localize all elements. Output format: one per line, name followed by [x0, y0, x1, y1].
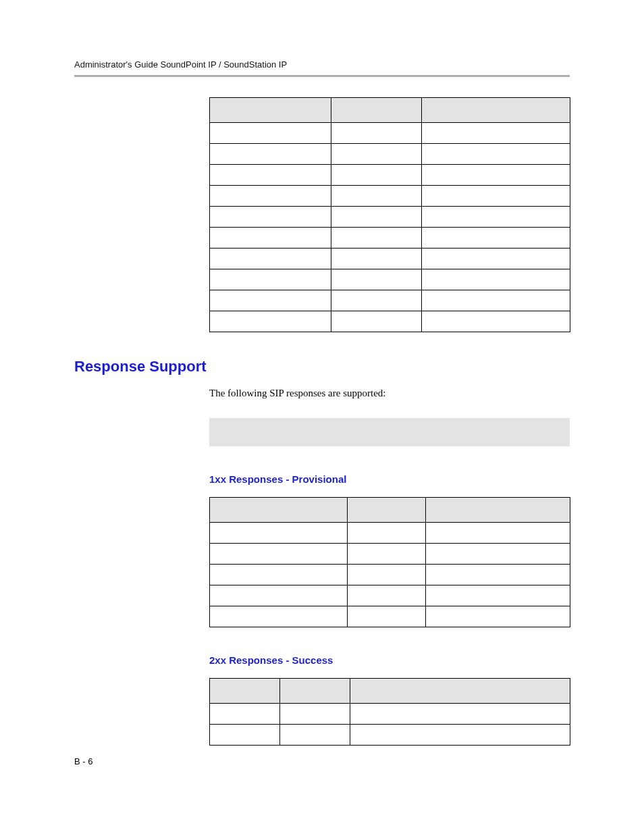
page: Administrator's Guide SoundPoint IP / So…: [0, 0, 644, 834]
cell: [210, 585, 348, 606]
cell: [331, 249, 422, 269]
table-row: [210, 249, 570, 269]
table-header-row: [210, 679, 570, 704]
cell: [210, 269, 331, 290]
table-row: [210, 186, 570, 207]
table-row: [210, 311, 570, 332]
cell: [422, 228, 570, 249]
cell: [422, 165, 570, 186]
table-header-row: [210, 98, 570, 123]
cell: [348, 523, 426, 544]
table-row: [210, 523, 570, 544]
col-header: [348, 498, 426, 523]
table-row: [210, 269, 570, 290]
headers-table-wrap: [209, 97, 570, 332]
cell: [331, 123, 422, 144]
table-row: [210, 228, 570, 249]
cell: [348, 606, 426, 627]
sub-heading-2xx: 2xx Responses - Success: [209, 654, 570, 666]
sub-heading-1xx: 1xx Responses - Provisional: [209, 473, 570, 485]
cell: [280, 725, 350, 746]
cell: [210, 207, 331, 228]
cell: [210, 725, 280, 746]
cell: [210, 144, 331, 165]
table-row: [210, 165, 570, 186]
cell: [210, 523, 348, 544]
page-number: B - 6: [74, 756, 92, 766]
table-row: [210, 544, 570, 565]
cell: [422, 249, 570, 269]
cell: [280, 704, 350, 725]
cell: [426, 523, 570, 544]
cell: [210, 565, 348, 585]
table-row: [210, 725, 570, 746]
cell: [422, 311, 570, 332]
table-header-row: [210, 498, 570, 523]
cell: [331, 269, 422, 290]
header-rule: [74, 75, 570, 77]
cell: [331, 207, 422, 228]
cell: [210, 186, 331, 207]
cell: [210, 544, 348, 565]
responses-2xx-table: [209, 678, 570, 746]
cell: [426, 544, 570, 565]
cell: [210, 311, 331, 332]
cell: [422, 290, 570, 311]
cell: [331, 186, 422, 207]
cell: [210, 704, 280, 725]
cell: [210, 123, 331, 144]
response-support-heading: Response Support: [74, 358, 570, 375]
cell: [422, 123, 570, 144]
table-row: [210, 207, 570, 228]
col-header: [350, 679, 570, 704]
response-support-body: The following SIP responses are supporte…: [209, 388, 570, 746]
table-row: [210, 606, 570, 627]
headers-table: [209, 97, 570, 332]
cell: [331, 144, 422, 165]
cell: [210, 165, 331, 186]
cell: [426, 606, 570, 627]
cell: [348, 565, 426, 585]
col-header: [210, 679, 280, 704]
cell: [348, 585, 426, 606]
response-support-intro: The following SIP responses are supporte…: [209, 388, 570, 399]
cell: [422, 207, 570, 228]
cell: [331, 311, 422, 332]
cell: [422, 269, 570, 290]
col-header: [331, 98, 422, 123]
cell: [210, 606, 348, 627]
cell: [350, 704, 570, 725]
cell: [331, 165, 422, 186]
col-header: [280, 679, 350, 704]
table-row: [210, 565, 570, 585]
table-row: [210, 144, 570, 165]
cell: [331, 228, 422, 249]
cell: [210, 228, 331, 249]
table-row: [210, 123, 570, 144]
table-row: [210, 585, 570, 606]
cell: [210, 290, 331, 311]
note-box: [209, 418, 570, 446]
responses-1xx-table: [209, 497, 570, 627]
cell: [422, 144, 570, 165]
col-header: [426, 498, 570, 523]
cell: [426, 585, 570, 606]
col-header: [210, 98, 331, 123]
cell: [210, 249, 331, 269]
col-header: [210, 498, 348, 523]
cell: [350, 725, 570, 746]
col-header: [422, 98, 570, 123]
cell: [426, 565, 570, 585]
cell: [331, 290, 422, 311]
cell: [422, 186, 570, 207]
cell: [348, 544, 426, 565]
table-row: [210, 290, 570, 311]
table-row: [210, 704, 570, 725]
running-header: Administrator's Guide SoundPoint IP / So…: [74, 59, 570, 70]
